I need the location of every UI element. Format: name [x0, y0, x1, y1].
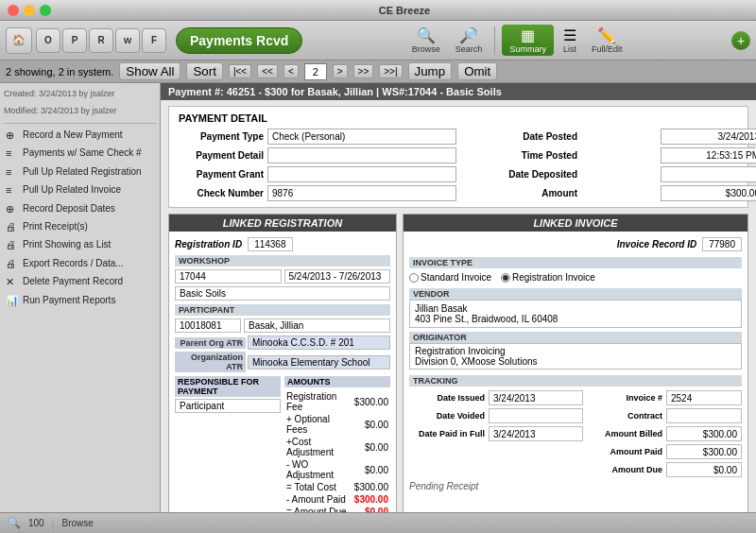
home-button[interactable]: 🏠	[6, 27, 32, 54]
sidebar-item-new-payment[interactable]: ⊕ Record a New Payment	[4, 127, 156, 145]
sidebar-item-label: Print Showing as List	[23, 238, 111, 251]
sort-button[interactable]: Sort	[186, 62, 222, 80]
payment-type-value[interactable]: Check (Personal)	[267, 129, 456, 145]
full-edit-icon: ✏️	[597, 26, 616, 44]
responsible-value[interactable]: Participant	[175, 399, 281, 413]
sidebar-item-export[interactable]: 🖨 Export Records / Data...	[4, 255, 156, 273]
workshop-id[interactable]: 17044	[175, 269, 282, 284]
participant-label: PARTICIPANT	[175, 304, 390, 316]
show-all-button[interactable]: Show All	[119, 62, 180, 80]
sidebar-item-related-reg[interactable]: ≡ Pull Up Related Registration	[4, 163, 156, 181]
nav-next-button[interactable]: >	[333, 64, 348, 78]
originator-label: ORIGINATOR	[409, 332, 742, 343]
amount-billed-value[interactable]: $300.00	[666, 426, 742, 441]
maximize-button[interactable]	[40, 5, 51, 16]
amount-billed-label: Amount Billed	[587, 429, 662, 438]
omit-button[interactable]: Omit	[457, 62, 497, 80]
close-button[interactable]	[8, 5, 19, 16]
content-inner: PAYMENT DETAIL Payment Type Check (Perso…	[161, 100, 756, 512]
date-deposited-label: Date Deposited	[492, 169, 577, 180]
sidebar-item-related-invoice[interactable]: ≡ Pull Up Related Invoice	[4, 181, 156, 199]
list-icon: ☰	[563, 26, 576, 44]
registration-invoice-radio[interactable]	[501, 273, 510, 283]
nav-prev-prev-button[interactable]: <<	[257, 64, 278, 78]
zoom-icon: 🔍	[8, 517, 21, 529]
search-button[interactable]: 🔎 Search	[450, 25, 489, 56]
invoice-hash-value[interactable]: 2524	[666, 390, 742, 405]
amount-paid-label: - Amount Paid	[286, 494, 352, 505]
nav-end-button[interactable]: >>|	[379, 64, 402, 78]
invoice-record-id-value[interactable]: 77980	[702, 237, 742, 251]
toolbar: 🏠 O P R W F Payments Rcvd 🔍 Browse 🔎 Sea…	[0, 21, 756, 60]
amount-value[interactable]: $300.00	[661, 185, 756, 201]
summary-button[interactable]: ▦ Summary	[502, 25, 554, 56]
table-row: +Cost Adjustment $0.00	[286, 437, 388, 457]
sidebar-item-label: Record Deposit Dates	[23, 202, 115, 215]
full-edit-button[interactable]: ✏️ Full/Edit	[586, 25, 628, 56]
tracking-section: Date Issued 3/24/2013 Invoice # 2524 Dat…	[409, 390, 742, 491]
minimize-button[interactable]	[24, 5, 35, 16]
date-deposited-value[interactable]	[661, 166, 756, 182]
nav-p-button[interactable]: P	[62, 28, 87, 53]
inv-amount-due-value[interactable]: $0.00	[666, 462, 742, 477]
sidebar-item-label: Print Receipt(s)	[23, 220, 88, 233]
browse-button[interactable]: 🔍 Browse	[406, 25, 446, 56]
standard-invoice-option[interactable]: Standard Invoice	[409, 272, 491, 283]
nav-f-button[interactable]: F	[142, 28, 166, 53]
workshop-name[interactable]: Basic Soils	[175, 286, 390, 301]
payments-rcvd-button[interactable]: Payments Rcvd	[176, 27, 302, 54]
delete-icon: ✕	[6, 275, 19, 289]
title-bar: CE Breeze	[0, 0, 756, 21]
time-posted-label: Time Posted	[492, 150, 577, 161]
status-divider: |	[52, 518, 55, 529]
registration-invoice-option[interactable]: Registration Invoice	[501, 272, 595, 283]
reg-id-value[interactable]: 114368	[248, 237, 292, 251]
participant-id[interactable]: 10018081	[175, 318, 241, 333]
nav-start-button[interactable]: |<<	[229, 64, 251, 78]
inv-amount-paid-value[interactable]: $300.00	[666, 444, 742, 459]
sidebar-item-print-list[interactable]: 🖨 Print Showing as List	[4, 236, 156, 254]
print-receipt-icon: 🖨	[6, 220, 19, 234]
registration-invoice-label: Registration Invoice	[512, 272, 595, 283]
amount-due-label: = Amount Due	[286, 507, 352, 512]
workshop-dates[interactable]: 5/24/2013 - 7/26/2013	[284, 269, 391, 284]
sidebar-item-print-receipt[interactable]: 🖨 Print Receipt(s)	[4, 218, 156, 236]
payment-detail-value[interactable]	[267, 147, 456, 163]
related-reg-icon: ≡	[6, 165, 19, 180]
payment-detail-label: Payment Detail	[179, 150, 264, 161]
nav-w-button[interactable]: W	[115, 28, 140, 53]
parent-org-atr-value[interactable]: Minooka C.C.S.D. # 201	[248, 335, 390, 350]
date-issued-label: Date Issued	[409, 393, 485, 403]
linked-invoice-header: LINKED INVOICE	[404, 215, 747, 232]
date-posted-value[interactable]: 3/24/2013	[661, 129, 756, 145]
organization-atr-value[interactable]: Minooka Elementary School	[248, 355, 390, 370]
wo-adj-label: - WO Adjustment	[286, 459, 352, 480]
standard-invoice-radio[interactable]	[409, 273, 419, 283]
participant-name[interactable]: Basak, Jillian	[244, 318, 390, 333]
date-issued-value[interactable]: 3/24/2013	[489, 390, 583, 405]
total-cost-value: $300.00	[354, 482, 388, 492]
jump-button[interactable]: Jump	[408, 62, 453, 80]
date-paid-full-value[interactable]: 3/24/2013	[489, 426, 583, 441]
summary-icon: ▦	[521, 26, 535, 44]
time-posted-value[interactable]: 12:53:15 PM	[661, 147, 756, 163]
amount-due-value: $0.00	[354, 507, 388, 512]
payment-grant-value[interactable]	[267, 166, 456, 182]
amount-label: Amount	[492, 188, 577, 198]
contract-value[interactable]	[666, 408, 742, 423]
nav-o-button[interactable]: O	[36, 28, 60, 53]
responsible-label: RESPONSIBLE FOR PAYMENT	[175, 376, 281, 397]
date-voided-value[interactable]	[489, 408, 583, 423]
check-number-value[interactable]: 9876	[267, 185, 456, 201]
sidebar-item-deposit-dates[interactable]: ⊕ Record Deposit Dates	[4, 200, 156, 218]
organization-atr-label: Organization ATR	[175, 352, 246, 372]
vendor-address: 403 Pine St., Braidwood, IL 60408	[415, 314, 736, 324]
nav-r-button[interactable]: R	[89, 28, 113, 53]
sidebar-item-same-check[interactable]: ≡ Payments w/ Same Check #	[4, 145, 156, 163]
list-button[interactable]: ☰ List	[558, 25, 582, 56]
nav-next-next-button[interactable]: >>	[353, 64, 374, 78]
nav-prev-button[interactable]: <	[284, 64, 299, 78]
sidebar-item-delete[interactable]: ✕ Delete Payment Record	[4, 273, 156, 291]
expand-button[interactable]: +	[731, 31, 750, 50]
sidebar-item-reports[interactable]: 📊 Run Payment Reports	[4, 292, 156, 310]
